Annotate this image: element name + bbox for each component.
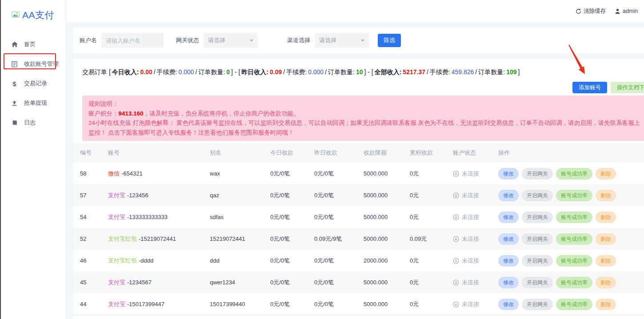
edit-button[interactable]: 修改 — [498, 233, 519, 245]
filter-card: 账户名 网关状态 请选择 渠道选择 请选择 筛选 — [73, 28, 644, 53]
edit-button[interactable]: 修改 — [498, 168, 519, 179]
doc-download-button[interactable]: 操作文档下载 — [611, 82, 644, 93]
sidebar-item-label: 首页 — [24, 40, 36, 48]
cell-total: 0元 — [410, 257, 453, 265]
cell-today: 0元/0笔 — [270, 257, 314, 265]
open-gateway-button[interactable]: 开启网关 — [522, 255, 553, 267]
table-header: 编号 账号 别名 今日收款 昨日收款 收款限额 累积收款 账户状态 操作 — [73, 143, 644, 163]
open-gateway-button[interactable]: 开启网关 — [522, 299, 553, 310]
delete-button[interactable]: 删除 — [596, 277, 616, 288]
cell-status: 未连接 — [453, 300, 498, 308]
success-rate-button[interactable]: 账号成功率 — [556, 255, 592, 267]
cell-account: 支付宝红包-dddd — [108, 257, 210, 265]
sidebar-item-withdraw[interactable]: 抢单提现 — [1, 93, 66, 113]
cell-total: 0元 — [410, 213, 453, 221]
success-rate-button[interactable]: 账号成功率 — [556, 299, 592, 310]
account-name-input[interactable] — [101, 33, 164, 48]
cell-alias: ddd — [210, 257, 270, 264]
cell-id: 44 — [80, 301, 108, 307]
delete-button[interactable]: 删除 — [596, 255, 616, 267]
cell-account: 支付宝-15017399447 — [108, 300, 210, 308]
content-card: 交易订单 [今日收入:0.00/手续费:0.000/订单数量:0] - [昨日收… — [73, 59, 644, 319]
cell-yesterday: 0元/0笔 — [314, 279, 364, 287]
col-limit: 收款限额 — [364, 149, 410, 157]
cell-id: 45 — [80, 279, 108, 286]
cell-alias: qaz — [210, 192, 270, 199]
channel-select[interactable]: 请选择 — [315, 33, 369, 48]
delete-button[interactable]: 删除 — [596, 299, 616, 310]
account-number: -15219072441 — [139, 235, 176, 242]
cell-status: 未连接 — [453, 257, 498, 265]
user-menu[interactable]: admin — [615, 8, 638, 14]
notice-box: 规则说明： 账户积分：9413.160，请及时充值，负分系统将停机，停止你商户的… — [82, 96, 644, 141]
account-number: -dddd — [139, 257, 153, 264]
sidebar-item-account-manage[interactable]: 收款账号管理 — [1, 54, 66, 74]
table-row: 57 支付宝-123456 qaz 0元/0笔 0元/0笔 5000.000 0… — [73, 184, 644, 206]
status-label: 未连接 — [462, 235, 479, 243]
sidebar-item-home[interactable]: 首页 — [1, 35, 66, 54]
col-account: 账号 — [108, 149, 210, 157]
success-rate-button[interactable]: 账号成功率 — [556, 190, 592, 201]
sidebar: AA支付 首页 收款账号管理 $ 交易记录 抢单提现 — [1, 0, 67, 319]
open-gateway-button[interactable]: 开启网关 — [522, 277, 553, 288]
app-title: AA支付 — [22, 9, 54, 21]
filter-button[interactable]: 筛选 — [378, 34, 401, 47]
clear-cache-button[interactable]: 清除缓存 — [576, 8, 606, 15]
account-type: 支付宝红包 — [108, 257, 137, 264]
cell-account: 微信-654321 — [108, 170, 210, 178]
open-gateway-button[interactable]: 开启网关 — [522, 233, 553, 245]
open-gateway-button[interactable]: 开启网关 — [522, 211, 553, 223]
delete-button[interactable]: 删除 — [596, 211, 616, 223]
edit-button[interactable]: 修改 — [498, 277, 519, 288]
cell-yesterday: 0元/0笔 — [314, 213, 364, 221]
sidebar-item-logs[interactable]: 日志 — [1, 113, 66, 132]
success-rate-button[interactable]: 账号成功率 — [556, 277, 592, 288]
cell-today: 0元/0笔 — [270, 300, 314, 308]
clear-cache-label: 清除缓存 — [584, 8, 606, 15]
cell-total: 0元 — [410, 191, 453, 199]
add-account-button[interactable]: 添加账号 — [572, 82, 607, 93]
edit-button[interactable]: 修改 — [498, 299, 519, 310]
cell-limit: 5000.000 — [364, 170, 410, 177]
orders-summary: 交易订单 [今日收入:0.00/手续费:0.000/订单数量:0] - [昨日收… — [82, 68, 521, 76]
edit-button[interactable]: 修改 — [498, 190, 519, 201]
cell-status: 未连接 — [453, 170, 498, 178]
open-gateway-button[interactable]: 开启网关 — [522, 190, 553, 201]
table-row: 46 支付宝红包-dddd ddd 0元/0笔 0元/0笔 2000.000 0… — [73, 250, 644, 271]
cell-alias: 15219072441 — [210, 235, 270, 242]
sidebar-item-transactions[interactable]: $ 交易记录 — [1, 74, 66, 93]
status-label: 未连接 — [462, 257, 479, 265]
channel-select-label: 渠道选择 — [287, 36, 310, 44]
delete-button[interactable]: 删除 — [596, 190, 616, 201]
cell-today: 0元/0笔 — [270, 191, 314, 199]
cell-actions: 修改 开启网关 账号成功率 删除 — [498, 168, 644, 179]
account-list-icon — [11, 61, 18, 68]
logo-icon — [12, 11, 20, 19]
dollar-icon: $ — [11, 80, 18, 88]
home-icon — [11, 41, 18, 48]
delete-button[interactable]: 删除 — [596, 233, 616, 245]
disconnected-icon — [453, 236, 459, 242]
account-type: 支付宝红包 — [108, 235, 137, 242]
sidebar-item-label: 交易记录 — [24, 80, 47, 88]
open-gateway-button[interactable]: 开启网关 — [522, 168, 553, 179]
delete-button[interactable]: 删除 — [596, 168, 616, 179]
success-rate-button[interactable]: 账号成功率 — [556, 211, 592, 223]
gateway-select[interactable]: 请选择 — [204, 33, 258, 48]
success-rate-button[interactable]: 账号成功率 — [556, 168, 592, 179]
table-row: 45 支付宝-1234567 qwer1234 0元/0笔 0元/0笔 5000… — [73, 271, 644, 293]
edit-button[interactable]: 修改 — [498, 255, 519, 267]
edit-button[interactable]: 修改 — [498, 211, 519, 223]
success-rate-button[interactable]: 账号成功率 — [556, 233, 592, 245]
cell-today: 0元/0笔 — [270, 235, 314, 243]
account-type: 微信 — [108, 170, 120, 177]
status-label: 未连接 — [462, 300, 479, 308]
cell-limit: 5000.000 — [364, 235, 410, 242]
col-yesterday: 昨日收款 — [314, 149, 364, 157]
account-type: 支付宝 — [108, 279, 125, 286]
refresh-icon — [576, 8, 581, 14]
status-label: 未连接 — [462, 191, 479, 199]
table-row: 58 微信-654321 wax 0元/0笔 0元/0笔 5000.000 0元… — [73, 163, 644, 184]
cell-account: 支付宝-123456 — [108, 191, 210, 199]
account-type: 支付宝 — [108, 214, 125, 220]
